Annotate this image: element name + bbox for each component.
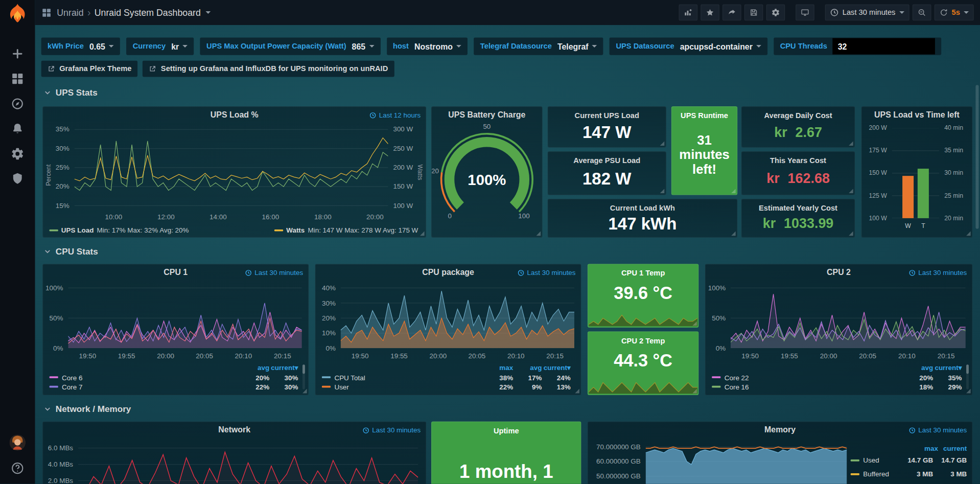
- refresh-interval-label[interactable]: 5s: [952, 8, 960, 17]
- tv-mode-button[interactable]: [796, 5, 814, 21]
- legend-column-header[interactable]: current▾: [933, 364, 962, 373]
- add-panel-button[interactable]: [679, 5, 697, 21]
- caret-down-icon[interactable]: [964, 11, 969, 16]
- cpu-package-chart[interactable]: 40%30%20%10%0%19:5019:5520:0020:0520:102…: [341, 282, 574, 349]
- panel-time-override: Last 30 minutes: [909, 426, 967, 434]
- legend-item[interactable]: Core 620%30%: [50, 373, 298, 382]
- legend-item[interactable]: CPU Total38%17%24%: [322, 373, 571, 382]
- legend-item[interactable]: Core 2220%35%: [712, 373, 962, 382]
- variable-currency[interactable]: Currency kr: [127, 37, 194, 55]
- clock-icon: [909, 427, 916, 433]
- legend-scrollbar[interactable]: [302, 364, 305, 389]
- explore-compass-icon[interactable]: [11, 97, 25, 111]
- stat-title[interactable]: Average PSU Load: [548, 156, 666, 165]
- settings-gear-icon[interactable]: [11, 147, 25, 160]
- breadcrumb: Unraid › Unraid System Dashboard: [41, 7, 211, 18]
- variable-telegraf-datasource[interactable]: Telegraf Datasource Telegraf: [474, 37, 603, 55]
- caret-down-icon: [592, 45, 597, 50]
- stat-title[interactable]: Uptime: [432, 426, 580, 435]
- panel-time-override: Last 12 hours: [369, 111, 421, 119]
- y-axis-tick: 50.000000 GB: [596, 473, 641, 479]
- row-header-cpu-stats[interactable]: CPU Stats: [44, 246, 98, 257]
- legend-column-header[interactable]: current: [938, 445, 967, 453]
- dashboard-links: Grafana Plex Theme Setting up Grafana an…: [41, 61, 394, 77]
- legend-column-header[interactable]: current▾: [269, 364, 298, 373]
- refresh-button[interactable]: 5s: [934, 5, 974, 21]
- refresh-icon: [939, 8, 948, 17]
- dashboard-title[interactable]: Unraid System Dashboard: [95, 8, 201, 18]
- variable-ups-max-power[interactable]: UPS Max Output Power Capacity (Watt) 865: [200, 37, 381, 55]
- star-button[interactable]: [701, 5, 719, 21]
- network-chart[interactable]: 6.0 MBs4.0 MBs2.0 MBs: [78, 438, 418, 483]
- legend-column-header[interactable]: avg: [904, 364, 933, 373]
- zoom-out-button[interactable]: [912, 5, 931, 21]
- series-color-swatch: [322, 376, 331, 378]
- time-picker-button[interactable]: Last 30 minutes: [825, 5, 909, 21]
- plus-icon[interactable]: [11, 47, 25, 61]
- bar-gauge: 200 W40 min175 W35 min150 W30 min125 W25…: [892, 128, 940, 218]
- stat-title[interactable]: Current UPS Load: [548, 111, 666, 120]
- x-axis-tick: 14:00: [209, 214, 227, 220]
- legend-item[interactable]: Watts Min: 147 W Max: 278 W Avg: 175 W: [274, 226, 418, 234]
- panel-title[interactable]: UPS Battery Charge: [432, 110, 542, 119]
- clock-icon: [245, 269, 252, 276]
- legend-item[interactable]: Core 1618%29%: [712, 382, 962, 391]
- page-scrollbar[interactable]: [975, 85, 978, 228]
- cpu2-chart[interactable]: 100%50%0%19:5019:5520:0020:0520:1020:15: [731, 282, 966, 349]
- stat-title[interactable]: CPU 1 Temp: [588, 269, 698, 278]
- avatar[interactable]: [9, 434, 26, 451]
- legend-column-header[interactable]: max: [909, 445, 938, 453]
- stat-title[interactable]: This Years Cost: [742, 156, 854, 165]
- admin-shield-icon[interactable]: [11, 172, 25, 186]
- legend-item[interactable]: Used14.7 GB14.7 GB: [851, 453, 967, 467]
- legend-scrollbar[interactable]: [966, 364, 969, 389]
- legend-column-header[interactable]: max: [484, 364, 513, 373]
- template-variables: kWh Price 0.65 Currency kr UPS Max Outpu…: [41, 37, 942, 55]
- y-axis-tick: 100 W: [869, 215, 886, 221]
- legend-item[interactable]: Core 722%30%: [50, 382, 298, 391]
- legend-item[interactable]: Buffered3 MB3 MB: [851, 467, 967, 481]
- dashboard-settings-button[interactable]: [766, 5, 785, 21]
- ups-load-chart[interactable]: 35%30%25%20%15%300 W250 W200 W150 W100 W…: [75, 126, 388, 210]
- variable-host[interactable]: host Nostromo: [387, 37, 468, 55]
- stat-title[interactable]: CPU 2 Temp: [588, 336, 698, 345]
- alerts-bell-icon[interactable]: [11, 122, 25, 136]
- legend-column-header[interactable]: current▾: [542, 364, 571, 373]
- x-axis-tick: 20:15: [938, 353, 955, 359]
- share-button[interactable]: [722, 5, 741, 21]
- caret-down-icon[interactable]: [206, 11, 211, 16]
- help-icon[interactable]: [11, 462, 25, 475]
- bar-label: T: [921, 223, 925, 229]
- y-axis-tick: 0%: [325, 345, 335, 352]
- x-axis-tick: 16:00: [262, 214, 279, 220]
- legend-column-header[interactable]: avg: [513, 364, 542, 373]
- stat-title[interactable]: Estimated Yearly Cost: [742, 204, 854, 213]
- cpu1-chart[interactable]: 100%50%0%19:5019:5520:0020:0520:1020:15: [68, 282, 301, 349]
- dashboards-grid-icon[interactable]: [11, 72, 25, 86]
- link-ups-monitoring-guide[interactable]: Setting up Grafana and InfluxDB for UPS …: [143, 61, 394, 77]
- variable-ups-datasource[interactable]: UPS Datasource apcupsd-container: [610, 37, 767, 55]
- legend-item[interactable]: User22%9%13%: [322, 382, 571, 391]
- variable-kwh-price[interactable]: kWh Price 0.65: [41, 37, 121, 55]
- row-header-ups-stats[interactable]: UPS Stats: [44, 87, 98, 98]
- link-grafana-plex-theme[interactable]: Grafana Plex Theme: [41, 61, 138, 77]
- stat-title[interactable]: Current Load kWh: [548, 204, 737, 213]
- breadcrumb-folder[interactable]: Unraid: [57, 8, 83, 18]
- cpu-threads-input[interactable]: [833, 38, 936, 55]
- panel-title[interactable]: UPS Load vs Time left: [862, 110, 972, 119]
- y-axis-tick: 2.0 MBs: [48, 477, 73, 484]
- save-button[interactable]: [744, 5, 763, 21]
- stat-title[interactable]: Average Daily Cost: [742, 111, 854, 120]
- x-axis-tick: 19:55: [781, 353, 798, 359]
- y2-axis-tick: 20 min: [944, 215, 963, 221]
- memory-chart[interactable]: 70.000000 GB60.000000 GB50.000000 GB: [646, 440, 847, 484]
- legend-item[interactable]: UPS Load Min: 17% Max: 32% Avg: 20%: [50, 226, 189, 234]
- dashboard-picker-icon[interactable]: [41, 7, 52, 18]
- row-header-network-memory[interactable]: Network / Memory: [44, 404, 131, 414]
- legend-column-header[interactable]: avg: [241, 364, 269, 373]
- panel-title[interactable]: UPS Load %: [43, 110, 426, 119]
- top-nav: Unraid › Unraid System Dashboard: [35, 0, 979, 25]
- grafana-logo[interactable]: [6, 3, 29, 26]
- y-axis-tick: 70.000000 GB: [596, 444, 641, 450]
- y2-axis-tick: 30 min: [944, 170, 963, 176]
